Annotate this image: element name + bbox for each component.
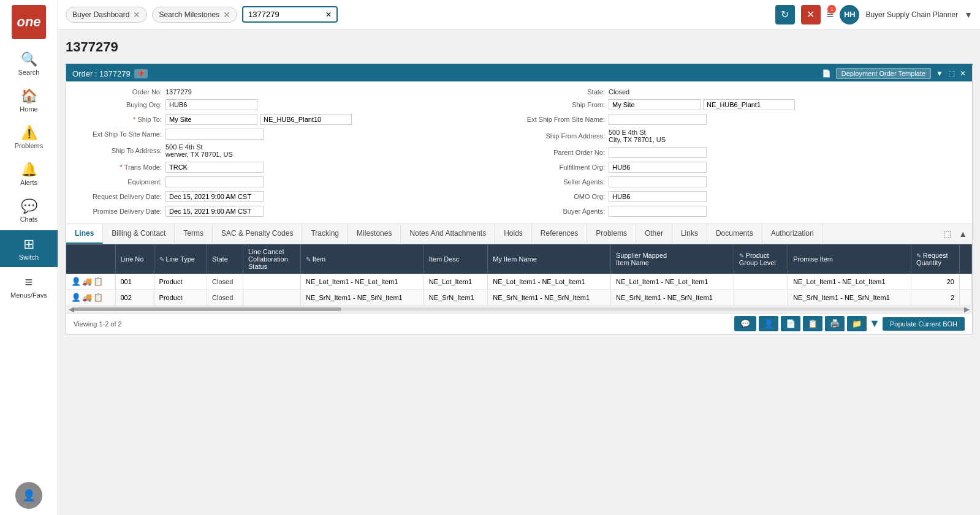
tab-other[interactable]: Other (636, 224, 672, 244)
input-promise-delivery[interactable] (165, 206, 264, 217)
row1-person-icon[interactable]: 👤 (71, 277, 81, 286)
row1-actions: 👤 🚚 📋 (66, 274, 115, 290)
scrollbar-track[interactable] (74, 307, 964, 311)
tab-lines[interactable]: Lines (66, 224, 103, 244)
input-buyer-agents[interactable] (609, 206, 707, 217)
input-ship-from-1[interactable] (609, 99, 701, 110)
dropdown-btn[interactable]: ▼ (869, 317, 880, 330)
field-omo-org: OMO Org: (519, 189, 962, 204)
scroll-right-btn[interactable]: ▶ (964, 305, 970, 314)
row1-doc-icon[interactable]: 📋 (93, 277, 103, 286)
col-product-group[interactable]: ProductGroup Level (734, 244, 788, 274)
input-ext-ship-to[interactable] (165, 129, 264, 140)
input-ext-ship-from[interactable] (609, 114, 707, 125)
action-btn-3[interactable]: 📋 (803, 316, 822, 331)
tab-milestones[interactable]: Milestones (348, 224, 401, 244)
horizontal-scrollbar[interactable]: ◀ ▶ (66, 306, 972, 313)
sidebar-item-chats[interactable]: 💬 Chats (0, 194, 58, 228)
refresh-button[interactable]: ↻ (775, 5, 795, 24)
tab-documents[interactable]: Documents (707, 224, 762, 244)
col-line-no[interactable]: Line No (115, 244, 154, 274)
col-request-qty[interactable]: RequestQuantity (911, 244, 959, 274)
col-line-type[interactable]: Line Type (154, 244, 207, 274)
input-seller-agents[interactable] (609, 176, 707, 187)
scroll-left-btn[interactable]: ◀ (69, 305, 74, 314)
tab-billing[interactable]: Billing & Contact (103, 224, 175, 244)
input-request-delivery[interactable] (165, 191, 264, 202)
tabs-bar: Lines Billing & Contact Terms SAC & Pena… (66, 224, 972, 244)
tab-holds[interactable]: Holds (495, 224, 532, 244)
row2-item-desc: NE_SrN_Item1 (424, 290, 488, 306)
input-trans-mode[interactable] (165, 162, 264, 173)
tab-search-milestones[interactable]: Search Milestones ✕ (152, 7, 237, 23)
menu-button[interactable]: ≡ 1 (827, 7, 834, 21)
float-icon[interactable]: ⬚ (948, 69, 955, 78)
input-equipment[interactable] (165, 176, 264, 187)
close-panel-icon[interactable]: ✕ (960, 69, 966, 78)
action-btn-5[interactable]: 📁 (847, 316, 867, 331)
close-search-milestones-icon[interactable]: ✕ (223, 10, 230, 20)
row2-person-icon[interactable]: 👤 (71, 293, 81, 302)
template-dropdown-icon[interactable]: ▼ (936, 69, 943, 78)
user-dropdown-icon[interactable]: ▼ (964, 10, 973, 20)
template-button[interactable]: Deployment Order Template (836, 68, 931, 79)
tab-notes[interactable]: Notes And Attachments (401, 224, 495, 244)
row2-doc-icon[interactable]: 📋 (93, 293, 103, 302)
order-panel-header: Order : 1377279 📌 📄 Deployment Order Tem… (66, 66, 972, 81)
problems-icon: ⚠️ (21, 125, 37, 141)
order-pin-icon[interactable]: 📌 (134, 69, 148, 78)
viewing-text: Viewing 1-2 of 2 (74, 320, 122, 328)
sidebar-item-problems[interactable]: ⚠️ Problems (0, 120, 58, 154)
menus-icon: ≡ (25, 274, 33, 290)
row2-truck-icon[interactable]: 🚚 (82, 293, 92, 302)
clear-search-icon[interactable]: ✕ (325, 10, 332, 19)
close-button[interactable]: ✕ (801, 5, 821, 24)
action-btn-1[interactable]: 👤 (759, 316, 778, 331)
scrollbar-thumb[interactable] (74, 307, 341, 311)
action-btn-4[interactable]: 🖨️ (825, 316, 845, 331)
input-fulfillment-org[interactable] (609, 162, 707, 173)
label-trans-mode: Trans Mode: (76, 164, 162, 171)
tab-problems[interactable]: Problems (587, 224, 636, 244)
avatar[interactable]: 👤 (15, 482, 42, 509)
input-ship-to-1[interactable] (165, 114, 257, 125)
tab-authorization[interactable]: Authorization (762, 224, 823, 244)
col-item[interactable]: Item (301, 244, 424, 274)
tab-buyer-dashboard[interactable]: Buyer Dashboard ✕ (66, 7, 147, 23)
sidebar-item-menus[interactable]: ≡ Menus/Favs (0, 269, 58, 304)
bottom-bar: Viewing 1-2 of 2 💬 👤 📄 📋 🖨️ 📁 ▼ Populate… (66, 313, 972, 334)
input-parent-order[interactable] (609, 147, 707, 158)
topbar-right: ↻ ✕ ≡ 1 HH Buyer Supply Chain Planner ▼ (775, 5, 973, 24)
tabs-right: ⬚ ▲ (938, 224, 972, 244)
active-tab-input[interactable]: ✕ (242, 6, 338, 23)
tabs-resize-icon[interactable]: ⬚ (941, 228, 954, 240)
action-btn-2[interactable]: 📄 (781, 316, 800, 331)
value-order-no: 1377279 (165, 88, 192, 96)
sidebar-item-alerts[interactable]: 🔔 Alerts (0, 157, 58, 191)
switch-icon: ⊞ (23, 236, 34, 252)
app-logo[interactable]: one (12, 5, 46, 39)
row1-truck-icon[interactable]: 🚚 (82, 277, 92, 286)
input-ship-from-2[interactable] (703, 99, 795, 110)
field-order-no: Order No: 1377279 (76, 86, 519, 97)
chat-action-button[interactable]: 💬 (734, 316, 756, 331)
sidebar-item-search[interactable]: 🔍 Search (0, 47, 58, 81)
alerts-icon: 🔔 (21, 162, 37, 178)
tab-tracking[interactable]: Tracking (302, 224, 348, 244)
tab-sac[interactable]: SAC & Penalty Codes (213, 224, 302, 244)
tab-links[interactable]: Links (672, 224, 707, 244)
row1-supplier-mapped: NE_Lot_Item1 - NE_Lot_Item1 (611, 274, 734, 290)
tabs-collapse-icon[interactable]: ▲ (956, 228, 970, 240)
close-buyer-dashboard-icon[interactable]: ✕ (133, 10, 140, 20)
user-initials: HH (840, 5, 859, 24)
order-search-input[interactable] (248, 10, 322, 19)
sidebar-item-switch[interactable]: ⊞ Switch (0, 230, 58, 267)
tab-terms[interactable]: Terms (175, 224, 213, 244)
populate-boh-button[interactable]: Populate Current BOH (883, 317, 965, 331)
input-buying-org[interactable] (165, 99, 257, 110)
sidebar-item-home[interactable]: 🏠 Home (0, 83, 58, 118)
row1-request-qty: 20 (911, 274, 959, 290)
input-omo-org[interactable] (609, 191, 707, 202)
tab-references[interactable]: References (532, 224, 587, 244)
input-ship-to-2[interactable] (260, 114, 352, 125)
